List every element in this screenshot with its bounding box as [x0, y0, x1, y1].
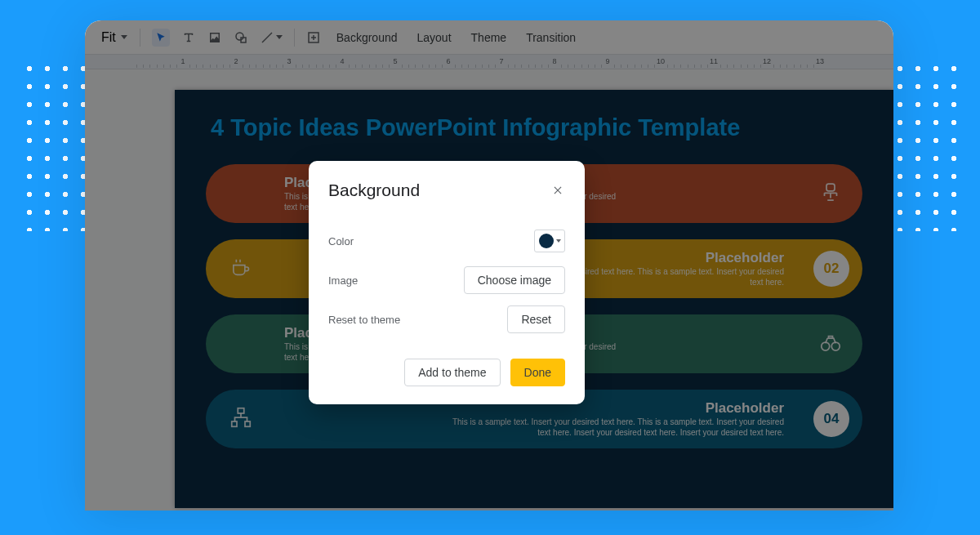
row-heading: Placeholder: [706, 400, 784, 417]
close-button[interactable]: [550, 183, 565, 198]
ruler-label: 9: [605, 57, 609, 65]
reset-button[interactable]: Reset: [507, 305, 565, 333]
svg-rect-6: [238, 408, 244, 413]
ruler-label: 11: [710, 57, 718, 65]
layout-menu[interactable]: Layout: [409, 26, 460, 49]
line-tool[interactable]: [256, 26, 287, 49]
org-chart-icon: [229, 405, 253, 433]
shape-tool[interactable]: [229, 26, 252, 49]
row-desc: This is a sample text. Insert your desir…: [441, 417, 784, 439]
ruler-label: 13: [816, 57, 824, 65]
binoculars-icon: [818, 330, 843, 358]
chevron-down-icon: [556, 239, 561, 243]
svg-point-5: [831, 342, 840, 350]
background-dialog: Background Color Image Choose image Rese…: [309, 161, 585, 404]
separator: [140, 29, 140, 47]
reset-label: Reset to theme: [328, 314, 400, 326]
toolbar: Fit Background Layout Theme Transitio: [85, 20, 893, 55]
ruler-label: 2: [234, 57, 238, 65]
ruler-label: 8: [552, 57, 556, 65]
transition-menu[interactable]: Transition: [518, 26, 584, 49]
color-picker[interactable]: [534, 230, 565, 252]
line-icon: [260, 30, 274, 45]
color-swatch: [539, 234, 554, 248]
plus-box-icon: [306, 30, 321, 45]
text-icon: [181, 30, 196, 45]
background-menu[interactable]: Background: [328, 26, 406, 49]
ruler-label: 3: [287, 57, 291, 65]
ruler-label: 5: [393, 57, 397, 65]
horizontal-ruler: 12345678910111213: [85, 55, 893, 69]
row-heading: Placeholder: [706, 250, 784, 266]
svg-point-0: [236, 33, 243, 40]
image-icon: [207, 30, 222, 45]
textbox-tool[interactable]: [177, 26, 200, 49]
ruler-label: 7: [499, 57, 503, 65]
slide-title[interactable]: 4 Topic Ideas PowerPoint Infographic Tem…: [211, 114, 862, 141]
separator: [294, 29, 295, 47]
coffee-icon: [229, 256, 252, 282]
chevron-down-icon: [121, 35, 127, 39]
choose-image-button[interactable]: Choose image: [464, 266, 565, 294]
svg-rect-7: [232, 421, 237, 426]
color-label: Color: [328, 235, 354, 247]
chevron-down-icon: [276, 35, 283, 39]
zoom-label: Fit: [101, 30, 116, 45]
ruler-label: 10: [657, 57, 665, 65]
select-tool[interactable]: [148, 26, 174, 49]
done-button[interactable]: Done: [510, 359, 565, 386]
shape-icon: [234, 30, 248, 45]
zoom-dropdown[interactable]: Fit: [96, 30, 132, 45]
ruler-label: 12: [763, 57, 771, 65]
ruler-label: 4: [340, 57, 344, 65]
svg-point-4: [822, 342, 830, 350]
chair-icon: [818, 180, 843, 207]
svg-rect-3: [826, 184, 835, 191]
theme-menu[interactable]: Theme: [463, 26, 515, 49]
ruler-label: 6: [446, 57, 450, 65]
svg-rect-8: [245, 421, 250, 426]
row-number-badge: 02: [813, 251, 849, 287]
close-icon: [552, 185, 564, 196]
add-to-theme-button[interactable]: Add to theme: [404, 359, 500, 386]
cursor-icon: [152, 29, 170, 47]
ruler-label: 1: [180, 57, 185, 65]
new-slide-tool[interactable]: [302, 26, 325, 49]
image-label: Image: [328, 274, 358, 287]
row-number-badge: 04: [813, 401, 849, 437]
dialog-title: Background: [328, 181, 420, 200]
image-tool[interactable]: [203, 26, 226, 49]
